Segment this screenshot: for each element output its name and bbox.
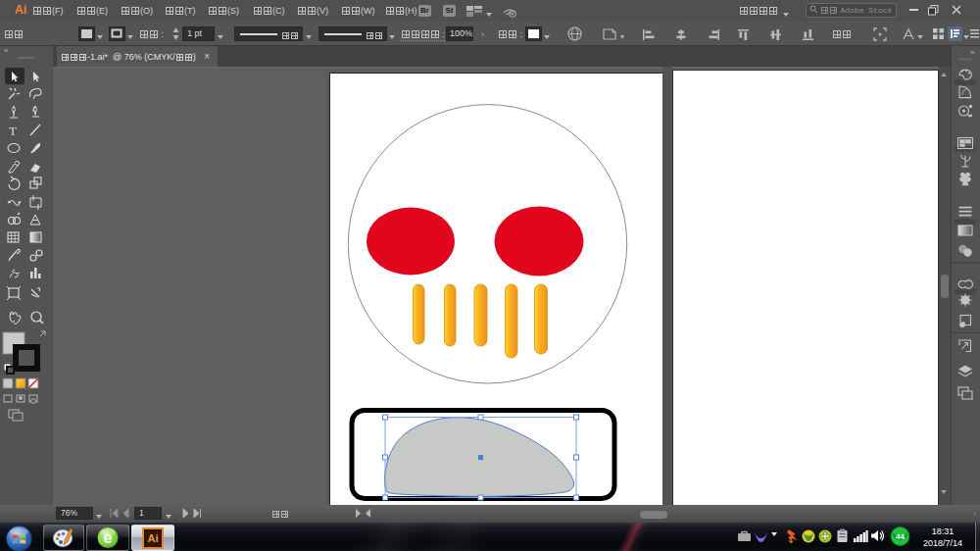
svg-text:e: e: [104, 529, 113, 546]
svg-text:T: T: [9, 124, 17, 138]
svg-text:«: «: [4, 46, 9, 55]
svg-text:»: »: [970, 48, 975, 57]
svg-text:44: 44: [896, 532, 905, 541]
